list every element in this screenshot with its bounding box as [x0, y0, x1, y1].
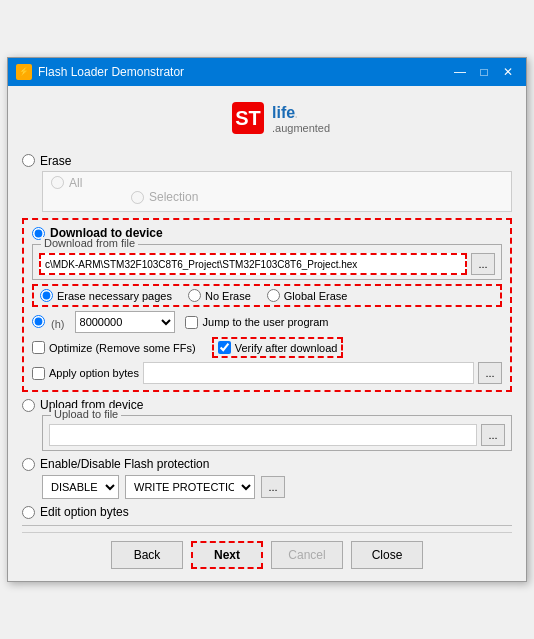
file-row: ... [39, 253, 495, 275]
jump-checkbox[interactable] [185, 316, 198, 329]
all-label: All [69, 176, 82, 190]
protection-row: DISABLE WRITE PROTECTION ... [42, 475, 512, 499]
no-erase-label[interactable]: No Erase [188, 289, 251, 302]
write-protection-select[interactable]: WRITE PROTECTION [125, 475, 255, 499]
upload-section: Upload from device Upload to file ... [22, 398, 512, 451]
svg-text:ST: ST [235, 107, 261, 129]
back-button[interactable]: Back [111, 541, 183, 569]
file-path-input[interactable] [39, 253, 467, 275]
jump-label[interactable]: Jump to the user program [185, 316, 329, 329]
upload-group-box: Upload to file ... [42, 415, 512, 451]
close-button[interactable]: ✕ [498, 63, 518, 81]
main-window: ⚡ Flash Loader Demonstrator — □ ✕ ST lif… [7, 57, 527, 583]
optimize-checkbox[interactable] [32, 341, 45, 354]
edit-option-section: Edit option bytes [22, 505, 512, 519]
selection-radio-label[interactable]: Selection [131, 190, 198, 204]
edit-option-radio-label[interactable]: Edit option bytes [22, 505, 512, 519]
optimize-label[interactable]: Optimize (Remove some FFs) [32, 341, 196, 354]
erase-pages-label[interactable]: Erase necessary pages [40, 289, 172, 302]
next-button[interactable]: Next [191, 541, 263, 569]
upload-path-input[interactable] [49, 424, 477, 446]
all-radio[interactable] [51, 176, 64, 189]
close-button-bottom[interactable]: Close [351, 541, 423, 569]
upload-group-title: Upload to file [51, 408, 121, 420]
minimize-button[interactable]: — [450, 63, 470, 81]
erase-pages-radio[interactable] [40, 289, 53, 302]
upload-browse-button[interactable]: ... [481, 424, 505, 446]
addr-select[interactable]: 8000000 [75, 311, 175, 333]
selection-radio[interactable] [131, 191, 144, 204]
apply-row: Apply option bytes ... [32, 362, 502, 384]
title-bar: ⚡ Flash Loader Demonstrator — □ ✕ [8, 58, 526, 86]
global-erase-radio[interactable] [267, 289, 280, 302]
flash-protection-section: Enable/Disable Flash protection DISABLE … [22, 457, 512, 499]
content-area: ST life .augmented . Erase All Select [8, 86, 526, 582]
erase-radio-label[interactable]: Erase [22, 154, 512, 168]
selection-label: Selection [149, 190, 198, 204]
svg-text:life: life [272, 104, 295, 121]
maximize-button[interactable]: □ [474, 63, 494, 81]
edit-option-radio[interactable] [22, 506, 35, 519]
all-radio-label[interactable]: All [51, 176, 503, 190]
addr-prefix-label: (h) [32, 315, 65, 330]
apply-input[interactable] [143, 362, 474, 384]
disable-select[interactable]: DISABLE [42, 475, 119, 499]
logo-area: ST life .augmented . [22, 96, 512, 142]
svg-text:.augmented: .augmented [272, 122, 330, 134]
apply-checkbox[interactable] [32, 367, 45, 380]
erase-pages-row: Erase necessary pages No Erase Global Er… [32, 284, 502, 307]
no-erase-radio[interactable] [188, 289, 201, 302]
title-controls: — □ ✕ [450, 63, 518, 81]
svg-text:.: . [294, 104, 298, 121]
options-row: Optimize (Remove some FFs) Verify after … [32, 337, 502, 358]
flash-protection-label: Enable/Disable Flash protection [40, 457, 209, 471]
app-icon: ⚡ [16, 64, 32, 80]
erase-label: Erase [40, 154, 71, 168]
apply-browse-button[interactable]: ... [478, 362, 502, 384]
cancel-button[interactable]: Cancel [271, 541, 343, 569]
download-section: Download to device Download from file ..… [22, 218, 512, 392]
window-title: Flash Loader Demonstrator [38, 65, 184, 79]
title-bar-left: ⚡ Flash Loader Demonstrator [16, 64, 184, 80]
verify-label[interactable]: Verify after download [212, 337, 344, 358]
upload-radio[interactable] [22, 399, 35, 412]
download-file-group: Download from file ... [32, 244, 502, 280]
erase-options-box: All Selection [42, 171, 512, 213]
flash-protection-radio-label[interactable]: Enable/Disable Flash protection [22, 457, 512, 471]
flash-protection-radio[interactable] [22, 458, 35, 471]
download-group-title: Download from file [41, 237, 138, 249]
addr-row: (h) 8000000 Jump to the user program [32, 311, 502, 333]
erase-radio[interactable] [22, 154, 35, 167]
st-logo: ST life .augmented . [197, 100, 337, 138]
button-row: Back Next Cancel Close [22, 532, 512, 573]
addr-radio[interactable] [32, 315, 45, 328]
erase-section: Erase All Selection [22, 154, 512, 213]
file-browse-button[interactable]: ... [471, 253, 495, 275]
global-erase-label[interactable]: Global Erase [267, 289, 348, 302]
upload-file-row: ... [49, 424, 505, 446]
edit-option-label: Edit option bytes [40, 505, 129, 519]
verify-checkbox[interactable] [218, 341, 231, 354]
apply-option-label[interactable]: Apply option bytes [32, 367, 139, 380]
divider [22, 525, 512, 526]
protection-browse-button[interactable]: ... [261, 476, 285, 498]
